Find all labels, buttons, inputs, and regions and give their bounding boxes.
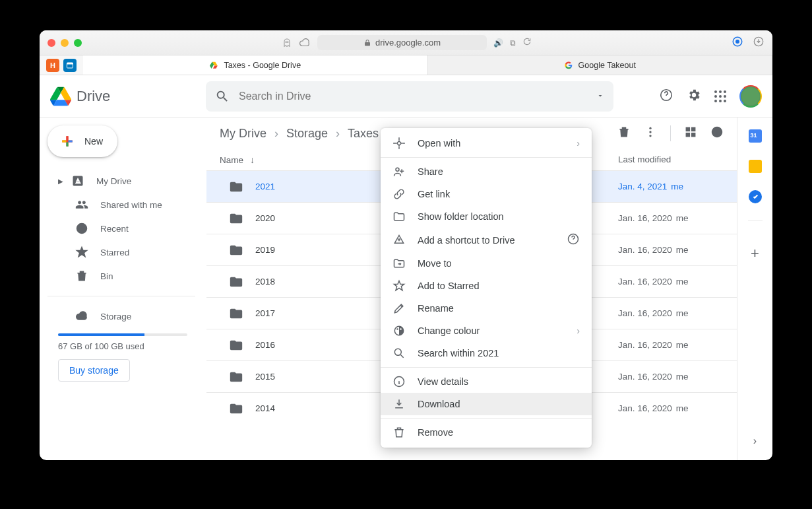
nav-bin[interactable]: Bin [47,264,206,288]
ctx-label: Get link [418,189,450,199]
crumb-storage[interactable]: Storage [286,127,328,141]
tasks-app-icon[interactable] [749,190,762,203]
ctx-open-with[interactable]: Open with› [381,132,592,154]
ctx-label: Open with [418,138,460,149]
column-modified[interactable]: Last modified [618,154,724,165]
ctx-show-folder-location[interactable]: Show folder location [381,205,592,228]
ctx-rename[interactable]: Rename [381,297,592,320]
password-manager-icon[interactable] [732,36,743,50]
pinned-tab-2[interactable] [63,59,77,72]
ctx-label: Download [418,399,460,409]
ctx-add-a-shortcut-to-drive[interactable]: Add a shortcut to Drive [381,228,592,252]
ctx-icon [392,187,406,201]
crumb-mydrive[interactable]: My Drive [220,127,266,141]
ghost-icon [282,38,292,48]
account-avatar[interactable] [739,85,762,108]
close-window-button[interactable] [47,39,55,47]
svg-point-11 [649,135,651,137]
nav-recent[interactable]: Recent [47,217,206,240]
nav-label: My Drive [96,176,131,186]
ctx-change-colour[interactable]: Change colour› [381,320,592,342]
tab-takeout[interactable]: Google Takeout [428,55,773,75]
ctx-icon [392,302,406,315]
context-menu: Open with›ShareGet linkShow folder locat… [381,128,592,448]
chevron-right-icon: › [577,138,580,149]
support-icon[interactable] [659,88,673,105]
minimize-window-button[interactable] [61,39,69,47]
svg-point-22 [394,349,401,355]
svg-point-0 [286,42,286,42]
search-icon [215,89,230,104]
ctx-icon [392,165,406,178]
search-options-icon[interactable] [596,90,604,102]
drive-logo[interactable]: Drive [50,86,206,107]
more-actions-button[interactable] [644,125,657,141]
help-icon[interactable] [567,232,580,248]
hide-panel-icon[interactable]: › [753,435,757,447]
cloud-icon[interactable] [299,37,311,49]
nav-my-drive[interactable]: ▶ My Drive [47,169,206,193]
svg-point-21 [400,328,402,330]
chevron-right-icon: › [274,127,278,141]
address-bar[interactable]: drive.google.com [317,35,487,50]
settings-icon[interactable] [687,88,701,105]
crumb-current[interactable]: Taxes [348,127,379,141]
nav-starred[interactable]: Starred [47,240,206,264]
ctx-view-details[interactable]: View details [381,370,592,393]
ctx-add-to-starred[interactable]: Add to Starred [381,275,592,297]
storage-progress [58,333,187,336]
nav-label: Recent [100,224,129,234]
ctx-search-within-2021[interactable]: Search within 2021 [381,342,592,364]
nav-storage[interactable]: Storage [47,304,206,328]
picture-in-picture-icon[interactable]: ⧉ [510,38,516,48]
svg-point-9 [649,127,651,129]
tab-strip: H Taxes - Google Drive Google Takeout [40,55,772,75]
modified-date: Jan. 16, 2020 me [618,403,724,413]
sidebar: New ▶ My Drive Shared with me Recent [40,118,206,460]
star-icon [75,246,88,259]
downloads-icon[interactable] [753,36,765,50]
add-app-icon[interactable]: + [751,245,759,262]
plus-icon [58,132,77,151]
ctx-remove[interactable]: Remove [381,421,592,444]
keep-app-icon[interactable] [749,160,762,173]
modified-date: Jan. 16, 2020 me [618,245,724,255]
ctx-download[interactable]: Download [381,393,592,415]
expand-icon[interactable]: ▶ [58,178,63,185]
traffic-lights [47,39,82,47]
nav-label: Shared with me [100,200,162,210]
delete-button[interactable] [617,125,631,141]
address-text: drive.google.com [375,38,441,48]
ctx-icon [392,397,406,411]
calendar-app-icon[interactable] [749,129,762,143]
modified-date: Jan. 16, 2020 me [618,277,724,287]
ctx-label: View details [418,376,468,387]
ctx-share[interactable]: Share [381,160,592,183]
search-input[interactable] [239,90,587,102]
tab-drive[interactable]: Taxes - Google Drive [83,55,428,75]
audio-icon[interactable]: 🔊 [493,38,503,48]
ctx-label: Remove [418,427,453,438]
details-button[interactable] [710,125,724,141]
new-button-label: New [84,136,103,147]
buy-storage-button[interactable]: Buy storage [58,359,130,382]
side-panel: + › [737,118,772,460]
pinned-tab-1[interactable]: H [46,59,59,72]
new-button[interactable]: New [47,125,117,157]
grid-view-button[interactable] [684,125,697,141]
ctx-icon [392,426,406,439]
ctx-get-link[interactable]: Get link [381,183,592,205]
browser-window: drive.google.com 🔊 ⧉ H Taxes - Google Dr… [40,30,772,460]
cloud-storage-icon [75,310,88,323]
nav-shared[interactable]: Shared with me [47,193,206,217]
reload-icon[interactable] [522,37,532,49]
search-box[interactable] [206,81,613,112]
ctx-label: Add to Starred [418,281,480,291]
maximize-window-button[interactable] [74,39,82,47]
drive-icon [209,61,218,70]
ctx-label: Add a shortcut to Drive [418,235,515,246]
tab-label: Taxes - Google Drive [224,61,301,70]
google-apps-icon[interactable] [714,90,726,102]
ctx-label: Search within 2021 [418,348,499,358]
ctx-move-to[interactable]: Move to [381,252,592,275]
